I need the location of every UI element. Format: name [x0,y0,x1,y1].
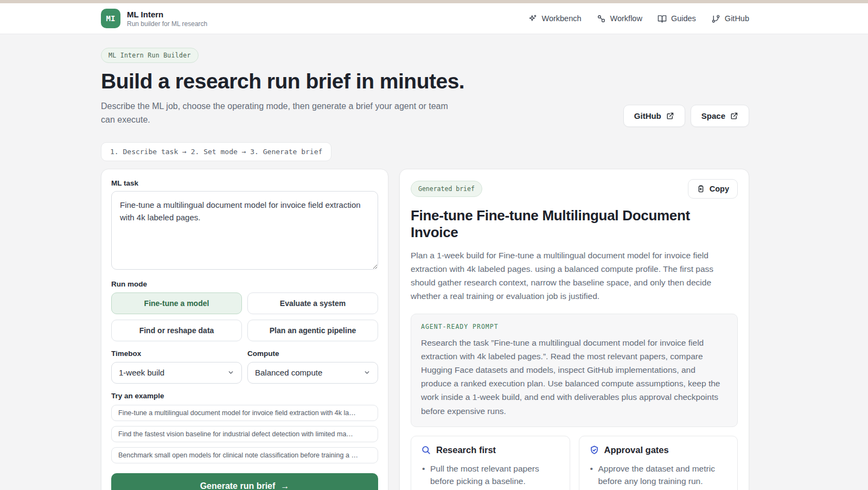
ml-task-input[interactable]: Fine-tune a multilingual document model … [111,191,378,270]
hero-actions: GitHub Space [623,105,749,127]
generate-run-brief-button[interactable]: Generate run brief → [111,473,378,490]
header-nav: Workbench Workflow Guides GitHub [528,14,749,23]
nav-label: GitHub [725,14,749,23]
builder-panel: ML task Fine-tune a multilingual documen… [101,169,388,490]
clipboard-copy-icon [697,184,705,193]
run-mode-data[interactable]: Find or reshape data [111,320,242,341]
hero-badge: ML Intern Run Builder [101,48,199,63]
example-item[interactable]: Benchmark small open models for clinical… [111,447,378,463]
brief-panel: Generated brief Copy Fine-tune Fine-tune… [399,169,749,490]
research-first-card: Research first Pull the most relevant pa… [411,436,570,490]
shield-check-icon [589,445,599,455]
app-subtitle: Run builder for ML research [127,20,207,28]
copy-button[interactable]: Copy [688,179,738,199]
search-icon [421,445,431,455]
run-mode-label: Run mode [111,280,378,288]
compute-label: Compute [247,349,378,358]
timebox-label: Timebox [111,349,242,358]
card-bullet-list: Pull the most relevant papers before pic… [421,462,560,490]
timebox-select[interactable]: 1-week build [111,362,242,384]
nav-label: Workbench [541,14,581,23]
task-label: ML task [111,179,378,187]
copy-label: Copy [710,184,729,193]
prompt-label: AGENT-READY PROMPT [421,323,727,330]
agent-ready-prompt-box: AGENT-READY PROMPT Research the task ”Fi… [411,314,738,427]
run-mode-agentic[interactable]: Plan an agentic pipeline [247,320,378,341]
card-title: Approval gates [604,445,669,455]
run-mode-finetune[interactable]: Fine-tune a model [111,292,242,314]
compute-select[interactable]: Balanced compute [247,362,378,384]
nav-item-workbench[interactable]: Workbench [528,14,581,23]
generated-brief-badge: Generated brief [411,181,482,197]
card-bullet: Approve the dataset and metric before an… [589,462,728,488]
page-title: Build a research run brief in minutes. [101,69,749,93]
hero-button-label: GitHub [634,111,661,120]
card-bullet: Pull the most relevant papers before pic… [421,462,560,488]
hero-button-label: Space [701,111,725,120]
app-logo: MI [101,9,120,28]
chevron-down-icon [227,369,234,376]
external-link-icon [666,112,674,120]
workflow-icon [597,14,606,23]
nav-item-guides[interactable]: Guides [658,14,696,23]
example-text: Find the fastest vision baseline for ind… [118,430,353,438]
page-subtitle: Describe the ML job, choose the operatin… [101,100,459,127]
app-title: ML Intern [127,10,207,19]
timebox-value: 1-week build [119,368,164,377]
run-mode-evaluate[interactable]: Evaluate a system [247,292,378,314]
run-mode-group: Fine-tune a model Evaluate a system Find… [111,292,378,341]
nav-item-workflow[interactable]: Workflow [597,14,642,23]
github-button[interactable]: GitHub [623,105,685,127]
card-bullet-list: Approve the dataset and metric before an… [589,462,728,490]
example-text: Benchmark small open models for clinical… [118,451,358,459]
chevron-down-icon [363,369,371,376]
steps-bar: 1. Describe task → 2. Set mode → 3. Gene… [101,142,331,161]
brief-title: Fine-tune Fine-tune Multilingual Documen… [411,207,738,241]
external-link-icon [730,112,738,120]
book-open-icon [658,14,667,23]
example-item[interactable]: Find the fastest vision baseline for ind… [111,426,378,442]
examples-label: Try an example [111,392,378,400]
arrow-right-icon: → [280,481,289,490]
nav-label: Guides [671,14,696,23]
nav-label: Workflow [610,14,642,23]
card-title: Research first [436,445,496,455]
nav-item-github[interactable]: GitHub [711,14,749,23]
example-item[interactable]: Fine-tune a multilingual document model … [111,405,378,421]
prompt-text: Research the task ”Fine-tune a multiling… [421,336,727,418]
example-text: Fine-tune a multilingual document model … [118,409,356,417]
git-branch-icon [711,14,720,23]
brief-summary: Plan a 1-week build for Fine-tune a mult… [411,249,738,303]
app-header: MI ML Intern Run builder for ML research… [0,3,868,34]
generate-label: Generate run brief [200,481,276,490]
brand: MI ML Intern Run builder for ML research [101,9,207,28]
hero-section: ML Intern Run Builder Build a research r… [101,34,749,161]
space-button[interactable]: Space [691,105,749,127]
compute-value: Balanced compute [255,368,322,377]
approval-gates-card: Approval gates Approve the dataset and m… [579,436,738,490]
sparkles-icon [528,14,537,23]
